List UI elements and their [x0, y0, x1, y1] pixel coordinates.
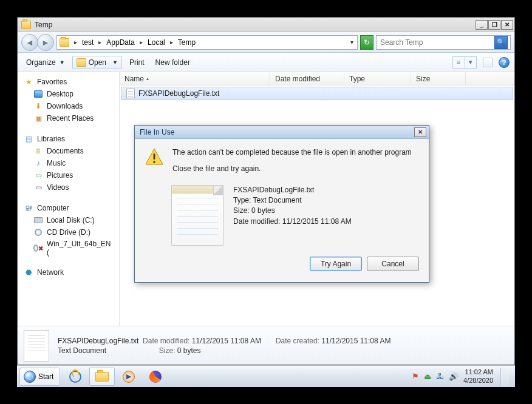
network-icon[interactable]: 🖧 — [436, 372, 444, 381]
search-button[interactable]: 🔍 — [494, 36, 508, 49]
search-box[interactable]: 🔍 — [376, 35, 511, 50]
folder-icon — [21, 21, 31, 29]
documents-icon: 🗎 — [33, 146, 43, 156]
print-label: Print — [129, 58, 145, 67]
navigation-bar: ◄ ► ▸ test ▸ AppData ▸ Local ▸ Temp ▾ ↻ … — [18, 32, 514, 53]
taskbar-media-player[interactable]: ▶ — [116, 368, 142, 386]
chevron-right-icon[interactable]: ▸ — [169, 39, 174, 45]
breadcrumb-segment[interactable]: test — [81, 37, 95, 48]
folder-icon — [60, 38, 69, 47]
sidebar-item-recent[interactable]: ▣Recent Places — [20, 112, 117, 124]
print-button[interactable]: Print — [126, 56, 148, 69]
dialog-file-modified: Date modified: 11/12/2015 11:08 AM — [233, 217, 352, 227]
sidebar-head-label: Computer — [37, 204, 69, 212]
detail-date-created: 11/12/2015 11:08 AM — [321, 337, 390, 345]
window-title: Temp — [35, 21, 476, 29]
tray-clock[interactable]: 11:02 AM 4/28/2020 — [463, 368, 493, 384]
sidebar-item-pictures[interactable]: ▭Pictures — [20, 169, 117, 181]
sidebar-head-label: Libraries — [37, 135, 65, 143]
dialog-message-2: Close the file and try again. — [172, 164, 412, 174]
text-file-icon — [24, 330, 49, 362]
sidebar-item-downloads[interactable]: ⬇Downloads — [20, 100, 117, 112]
sidebar-libraries[interactable]: ▤Libraries — [20, 133, 117, 145]
sidebar-item-label: CD Drive (D:) — [47, 228, 90, 237]
sidebar-item-cd-drive[interactable]: CD Drive (D:) — [20, 226, 117, 238]
chevron-right-icon[interactable]: ▸ — [138, 39, 144, 45]
star-icon: ★ — [24, 77, 33, 87]
file-row[interactable]: FXSAPIDebugLogFile.txt 11/12/2015 11:08 … — [121, 87, 513, 100]
libraries-icon: ▤ — [24, 134, 33, 144]
sidebar-network[interactable]: ⬣Network — [20, 266, 117, 278]
detail-file-name: FXSAPIDebugLogFile.txt — [58, 337, 138, 345]
action-center-icon[interactable]: ⚑ — [412, 372, 419, 381]
preview-pane-button[interactable] — [483, 58, 493, 67]
column-header-size[interactable]: Size — [411, 72, 466, 85]
close-button[interactable]: ✕ — [501, 20, 513, 30]
sidebar-item-win7-drive[interactable]: Win_7_Ult_64b_EN ( — [20, 238, 117, 258]
sidebar-item-desktop[interactable]: Desktop — [20, 88, 117, 100]
titlebar[interactable]: Temp _ ❐ ✕ — [18, 18, 514, 32]
cd-drive-icon — [33, 227, 43, 237]
address-dropdown-icon[interactable]: ▾ — [348, 39, 356, 45]
taskbar-firefox[interactable] — [143, 368, 168, 386]
column-label: Size — [416, 75, 430, 83]
command-bar: Organize ▼ Open ▼ Print New folder ≡▼ ? — [18, 53, 514, 72]
media-player-icon: ▶ — [123, 371, 135, 383]
address-bar[interactable]: ▸ test ▸ AppData ▸ Local ▸ Temp ▾ — [56, 35, 358, 50]
search-input[interactable] — [379, 38, 493, 47]
notepad-file-icon — [171, 185, 223, 246]
show-desktop-button[interactable] — [500, 368, 509, 386]
computer-icon: 🖳 — [24, 203, 33, 213]
cancel-button[interactable]: Cancel — [367, 257, 419, 271]
refresh-button[interactable]: ↻ — [360, 35, 373, 50]
detail-label: Date created: — [276, 337, 319, 345]
sidebar-item-documents[interactable]: 🗎Documents — [20, 145, 117, 157]
volume-icon[interactable]: 🔊 — [449, 372, 459, 381]
maximize-button[interactable]: ❐ — [488, 20, 500, 30]
file-explorer-icon — [95, 372, 109, 382]
breadcrumb-segment[interactable]: Temp — [177, 37, 197, 48]
column-header-type[interactable]: Type — [344, 72, 411, 85]
sidebar-item-local-disk[interactable]: Local Disk (C:) — [20, 214, 117, 226]
file-date: 11/12/2015 11:08 ... — [272, 85, 346, 102]
dialog-file-type: Type: Text Document — [233, 195, 352, 206]
system-tray: ⚑ ⏏ 🖧 🔊 11:02 AM 4/28/2020 — [412, 368, 513, 386]
sidebar-item-label: Documents — [47, 147, 84, 155]
desktop-icon — [33, 89, 43, 99]
chevron-right-icon[interactable]: ▸ — [73, 39, 78, 45]
dialog-close-button[interactable]: ✕ — [414, 127, 426, 137]
taskbar: Start ▶ ⚑ ⏏ 🖧 🔊 11:02 AM 4/28/2020 — [17, 365, 515, 387]
view-button[interactable]: ≡▼ — [452, 56, 477, 69]
detail-size: 0 bytes — [177, 346, 201, 355]
sidebar-favorites[interactable]: ★Favorites — [20, 76, 117, 88]
tray-date: 4/28/2020 — [463, 377, 493, 385]
start-button[interactable]: Start — [19, 368, 60, 386]
organize-menu[interactable]: Organize ▼ — [22, 56, 69, 69]
file-in-use-dialog: File In Use ✕ The action can't be comple… — [134, 125, 429, 283]
try-again-button[interactable]: Try Again — [310, 257, 362, 271]
column-header-date[interactable]: Date modified — [270, 72, 344, 85]
detail-file-type: Text Document — [58, 346, 106, 355]
dialog-titlebar[interactable]: File In Use ✕ — [135, 126, 429, 139]
open-button[interactable]: Open ▼ — [72, 56, 122, 69]
chevron-right-icon[interactable]: ▸ — [97, 39, 103, 45]
sidebar-computer[interactable]: 🖳Computer — [20, 202, 117, 214]
downloads-icon: ⬇ — [33, 101, 43, 111]
firefox-icon — [149, 371, 162, 383]
forward-button[interactable]: ► — [37, 34, 54, 51]
breadcrumb-segment[interactable]: Local — [146, 37, 166, 48]
warning-icon — [145, 147, 164, 167]
minimize-button[interactable]: _ — [476, 20, 488, 30]
chevron-down-icon: ▼ — [112, 59, 118, 66]
help-button[interactable]: ? — [499, 57, 510, 68]
new-folder-button[interactable]: New folder — [152, 56, 194, 69]
sidebar-item-videos[interactable]: ▭Videos — [20, 181, 117, 194]
safely-remove-icon[interactable]: ⏏ — [424, 372, 431, 381]
back-button[interactable]: ◄ — [21, 34, 38, 51]
taskbar-internet-explorer[interactable] — [63, 368, 88, 386]
tray-time: 11:02 AM — [463, 368, 493, 376]
taskbar-file-explorer[interactable] — [89, 368, 115, 386]
breadcrumb-segment[interactable]: AppData — [105, 37, 136, 48]
column-header-name[interactable]: Name▴ — [120, 72, 270, 85]
sidebar-item-music[interactable]: ♪Music — [20, 157, 117, 169]
